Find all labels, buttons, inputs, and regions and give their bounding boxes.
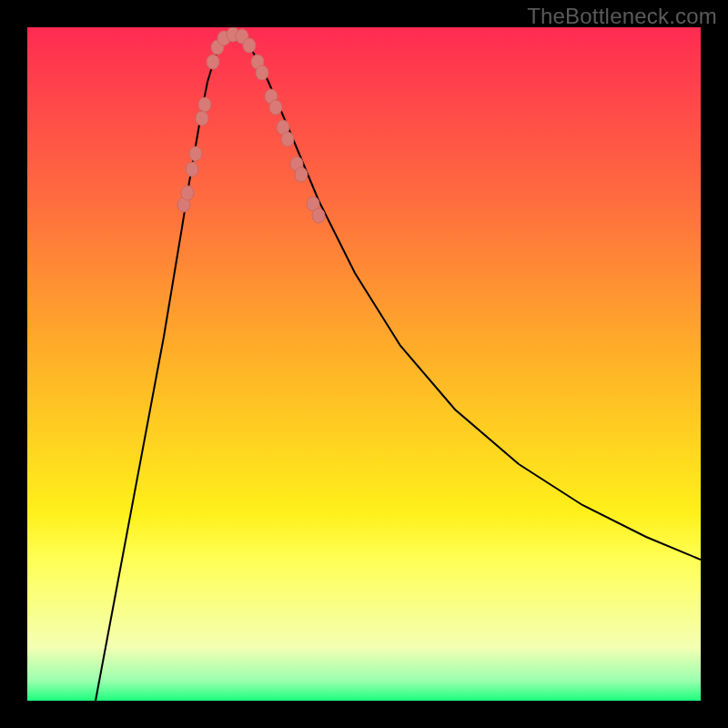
bottleneck-curve-svg [27,27,701,701]
curve-marker [198,97,211,112]
gradient-plot-area [27,27,701,701]
curve-marker [281,132,294,147]
curve-marker [312,208,325,223]
watermark-text: TheBottleneck.com [527,4,717,29]
curve-right-branch [241,36,701,560]
curve-left-branch [96,36,226,701]
curve-marker [243,38,256,53]
curve-marker [295,167,308,182]
curve-marker [186,162,198,177]
curve-marker [207,55,219,69]
curve-markers [177,27,325,223]
curve-marker [269,100,282,115]
curve-marker [256,66,268,80]
curve-marker [181,186,194,200]
outer-frame: TheBottleneck.com [0,0,728,728]
curve-marker [189,147,202,161]
curve-marker [196,111,208,126]
